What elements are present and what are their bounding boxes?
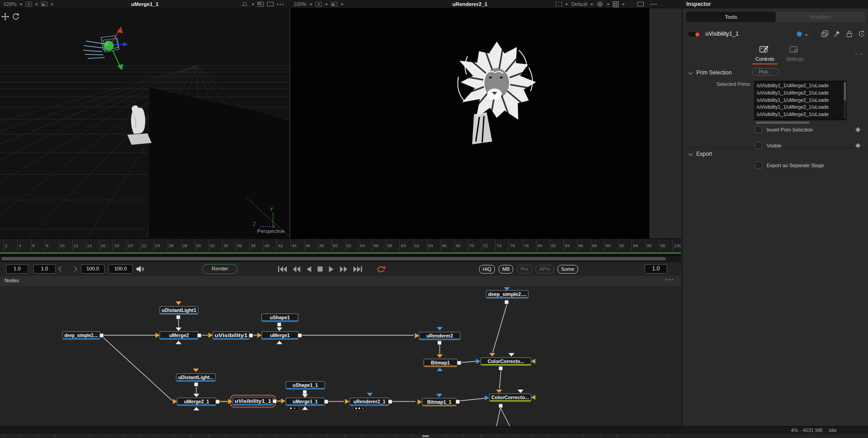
node-port[interactable] [303,390,307,394]
light-gizmo[interactable] [83,26,128,70]
viewer-more-button[interactable]: ••• [650,2,658,7]
step-back-button[interactable] [58,266,63,271]
goto-end-icon[interactable] [353,266,362,272]
node-uMerge1-5[interactable]: uMerge1 [262,332,298,339]
tab-modifiers[interactable]: Modifiers [776,12,865,22]
grid-snap-icon[interactable] [613,1,619,7]
node-port[interactable] [489,353,495,357]
node-uVisibility1-3[interactable]: uVisibility1 [213,332,249,339]
node-ColorCorrecto-17[interactable]: ColorCorrecto... [489,394,531,401]
subtab-settings[interactable]: Settings [781,45,809,62]
node-port[interactable] [499,366,503,370]
node-ColorCorrecto-8[interactable]: ColorCorrecto... [481,358,531,365]
node-port[interactable] [531,359,536,364]
range-end-field[interactable]: 100.0 [81,264,105,274]
viewer-2d[interactable] [290,8,649,238]
chevron-down-icon[interactable] [622,4,625,7]
section-collapse-icon[interactable] [689,70,693,75]
node-port[interactable] [345,399,350,404]
node-port[interactable] [437,368,443,371]
invert-prim-selection-checkbox[interactable] [755,126,762,133]
play-reverse-icon[interactable] [306,266,311,272]
stop-icon[interactable] [317,266,323,272]
node-port[interactable] [209,333,213,338]
rewind-icon[interactable] [293,266,300,272]
lock-icon[interactable] [846,30,853,37]
node-port[interactable] [509,353,515,357]
render-mode-icon[interactable] [241,1,248,7]
step-forward-button[interactable] [72,266,77,271]
node-uRenderer2_1-15[interactable]: uRenderer2_1 [350,398,389,406]
node-port[interactable] [193,369,199,372]
node-Bitmap1_1-16[interactable]: Bitmap1_1 [422,398,456,406]
node-port[interactable] [298,333,302,338]
node-port[interactable] [277,327,283,331]
pin-icon[interactable] [833,30,841,37]
tab-tools[interactable]: Tools [686,12,776,22]
node-port[interactable] [437,327,443,331]
prim-row[interactable]: /uVisibility1_1/uMerge2_1/uLoade [757,104,846,111]
quality-mb-button[interactable]: MB [499,265,514,274]
node-expander[interactable] [288,406,298,411]
prim-row[interactable]: /uVisibility1_1/uMerge2_1/uLoade [757,90,846,97]
node-uVisibility1_1-12[interactable]: uVisibility1_1 [231,396,275,407]
section-collapse-icon[interactable] [689,152,693,156]
timeline-ruler[interactable]: 2468101214161820222426283032343638404244… [0,238,681,254]
node-port[interactable] [197,333,201,338]
node-port[interactable] [531,395,536,400]
prim-selection-header[interactable]: Prim Selection [696,69,731,76]
prim-row[interactable]: /uVisibility1_1/uMerge2_1/uLoade [757,111,846,118]
node-port[interactable] [302,406,308,410]
playback-speed-field[interactable]: 1.0 [645,264,667,274]
node-uShape1-4[interactable]: uShape1 [262,314,298,322]
keyframe-diamond-icon[interactable] [855,127,860,132]
fast-forward-icon[interactable] [340,266,347,272]
timeline-scrollbar[interactable] [0,256,681,261]
node-port[interactable] [194,394,200,397]
play-icon[interactable] [329,266,334,272]
lut-dropdown[interactable]: Default [571,1,587,7]
roi-icon[interactable] [556,2,562,6]
node-uMerge2-2[interactable]: uMerge2 [160,332,198,339]
selected-prims-list[interactable]: /uVisibility1_1/uMerge2_1/uLoade/uVisibi… [754,81,847,120]
node-port[interactable] [499,404,503,408]
node-uMerge2_1-11[interactable]: uMerge2_1 [177,398,216,406]
node-enable-toggle[interactable] [687,31,701,37]
node-port[interactable] [277,322,281,327]
global-end-field[interactable]: 100.0 [109,264,132,274]
node-port[interactable] [388,400,392,404]
node-port[interactable] [258,333,262,338]
chevron-down-icon[interactable] [590,4,593,7]
node-Bitmap1-7[interactable]: Bitmap1 [424,359,457,367]
node-port[interactable] [176,301,182,305]
prims-hscroll-thumb[interactable] [756,121,810,124]
copy-settings-icon[interactable] [821,30,829,37]
node-port[interactable] [496,390,502,393]
chevron-down-icon[interactable] [805,34,808,37]
export-separate-stage-checkbox[interactable] [755,162,762,169]
left-viewer-more-button[interactable]: ••• [277,2,284,7]
current-frame-field[interactable]: 1.0 [33,264,56,274]
frame-view-icon[interactable] [637,2,644,6]
node-color-swatch[interactable] [797,32,802,37]
render-button[interactable]: Render [202,264,237,274]
node-port[interactable] [273,399,277,403]
node-port[interactable] [100,333,104,338]
node-port[interactable] [156,333,160,338]
split-view-icon[interactable] [258,2,264,7]
audio-icon[interactable] [136,266,145,273]
chevron-down-icon[interactable] [565,4,568,7]
viewport-3d[interactable]: Y Z X Perspective [0,8,289,238]
node-port[interactable] [249,333,253,338]
node-port[interactable] [194,382,198,386]
node-port[interactable] [324,400,328,404]
node-port[interactable] [176,315,180,319]
node-port[interactable] [457,361,461,365]
node-port[interactable] [437,354,443,358]
node-deep_simple2-9[interactable]: deep_simple2.... [486,290,528,298]
range-start-field[interactable]: 1.0 [6,264,28,274]
chevron-down-icon[interactable] [252,4,254,7]
node-port[interactable] [437,394,442,397]
subtab-more-button[interactable]: • • [855,52,863,57]
node-uShape1_1-13[interactable]: uShape1_1 [286,381,325,389]
